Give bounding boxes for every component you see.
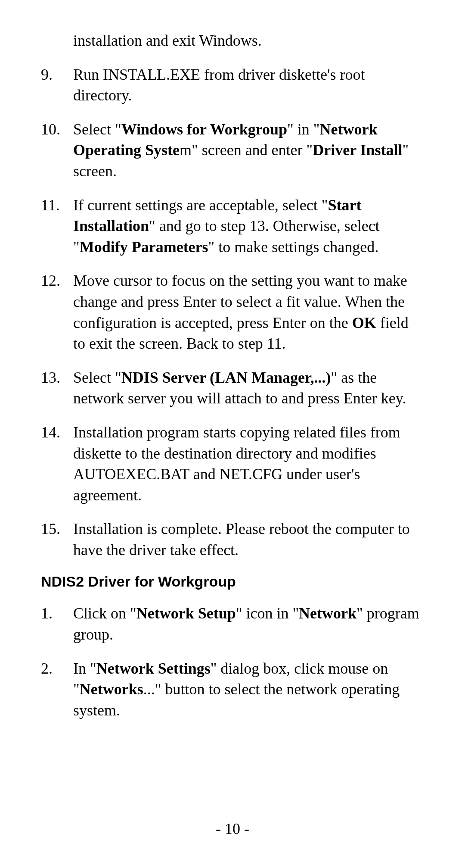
list-item-number: 10. — [41, 119, 73, 182]
list-item-number: 13. — [41, 367, 73, 409]
list-item-text: Select "Windows for Workgroup" in "Netwo… — [73, 119, 424, 182]
list-item-text: If current settings are acceptable, sele… — [73, 195, 424, 258]
list-item: 10. Select "Windows for Workgroup" in "N… — [41, 119, 424, 182]
list-item: 15. Installation is complete. Please reb… — [41, 518, 424, 560]
list-item-text: Select "NDIS Server (LAN Manager,...)" a… — [73, 367, 424, 409]
list-item: 2. In "Network Settings" dialog box, cli… — [41, 658, 424, 721]
list-item-number: 11. — [41, 195, 73, 258]
ndis2-steps-list: 1. Click on "Network Setup" icon in "Net… — [41, 603, 424, 721]
list-item-number — [41, 30, 73, 51]
list-item-text: Click on "Network Setup" icon in "Networ… — [73, 603, 424, 645]
list-item-number: 2. — [41, 658, 73, 721]
list-item: 11. If current settings are acceptable, … — [41, 195, 424, 258]
list-item: installation and exit Windows. — [41, 30, 424, 51]
list-item-text: Run INSTALL.EXE from driver diskette's r… — [73, 64, 424, 106]
list-item-number: 12. — [41, 270, 73, 354]
list-item-text: Installation is complete. Please reboot … — [73, 518, 424, 560]
list-item: 13. Select "NDIS Server (LAN Manager,...… — [41, 367, 424, 409]
list-item-number: 1. — [41, 603, 73, 645]
section-title: NDIS2 Driver for Workgroup — [41, 573, 424, 590]
list-item-number: 9. — [41, 64, 73, 106]
list-item: 14. Installation program starts copying … — [41, 422, 424, 506]
list-item-text: Installation program starts copying rela… — [73, 422, 424, 506]
page: installation and exit Windows. 9. Run IN… — [0, 0, 465, 868]
list-item: 9. Run INSTALL.EXE from driver diskette'… — [41, 64, 424, 106]
list-item-text: Move cursor to focus on the setting you … — [73, 270, 424, 354]
page-number: - 10 - — [0, 820, 465, 838]
list-item: 12. Move cursor to focus on the setting … — [41, 270, 424, 354]
list-item-number: 14. — [41, 422, 73, 506]
install-steps-list: installation and exit Windows. 9. Run IN… — [41, 30, 424, 560]
list-item-text: In "Network Settings" dialog box, click … — [73, 658, 424, 721]
list-item-text: installation and exit Windows. — [73, 30, 424, 51]
list-item-number: 15. — [41, 518, 73, 560]
list-item: 1. Click on "Network Setup" icon in "Net… — [41, 603, 424, 645]
